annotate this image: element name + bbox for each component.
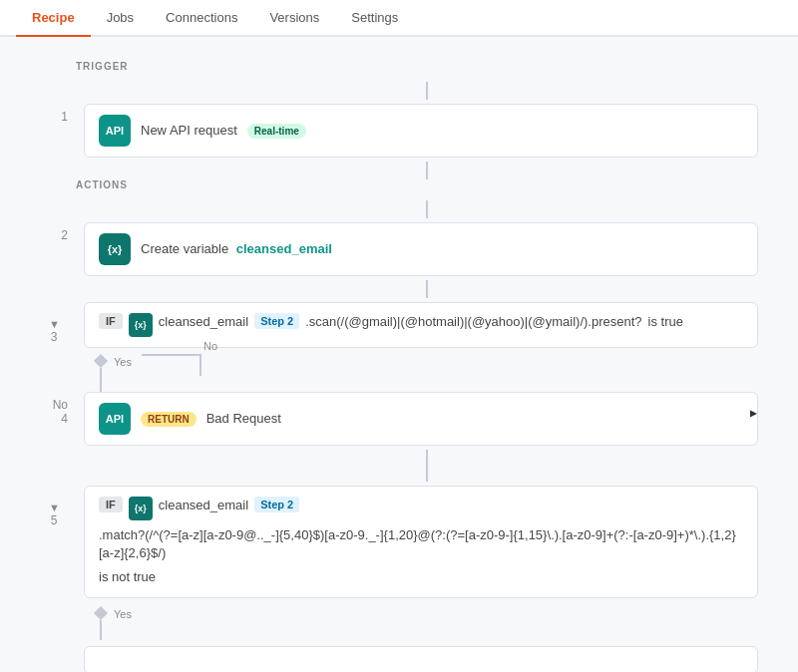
tab-versions[interactable]: Versions bbox=[253, 0, 335, 37]
step-5-yes-branch: Yes bbox=[96, 604, 132, 640]
step-5-card[interactable]: IF {x} cleansed_email Step 2 .match?(/^(… bbox=[84, 486, 758, 598]
step-1-title: New API request bbox=[141, 122, 237, 140]
tab-connections[interactable]: Connections bbox=[150, 0, 253, 37]
step-5-collapse[interactable]: ▼ bbox=[49, 492, 65, 513]
tab-jobs[interactable]: Jobs bbox=[91, 0, 150, 37]
step-4-badge: RETURN bbox=[141, 412, 197, 427]
step-3-ref: Step 2 bbox=[254, 313, 299, 329]
step-5-ref: Step 2 bbox=[254, 497, 299, 512]
step-5-icon: {x} bbox=[129, 497, 153, 520]
api-icon: API bbox=[106, 125, 124, 137]
step-1-number: 1 bbox=[61, 110, 68, 124]
connector-line-pre3 bbox=[426, 280, 428, 298]
connector-line-45 bbox=[426, 450, 428, 468]
variable-icon: {x} bbox=[108, 243, 123, 255]
step-4-outer: No 4 API RETURN Bad Request bbox=[40, 388, 758, 450]
step-4-icon: API bbox=[99, 403, 131, 435]
main-content: TRIGGER 1 API New API request Real-time … bbox=[0, 37, 798, 672]
connector-line-actions bbox=[426, 162, 428, 179]
step-4-card[interactable]: API RETURN Bad Request bbox=[84, 392, 758, 446]
step-4-number: 4 bbox=[61, 412, 68, 426]
step-3-code: .scan(/(@gmail)|(@hotmail)|(@yahoo)|(@ym… bbox=[305, 313, 641, 331]
tab-settings[interactable]: Settings bbox=[335, 0, 414, 37]
step-2-card[interactable]: {x} Create variable cleansed_email bbox=[84, 222, 758, 276]
step-3-icon: {x} bbox=[129, 313, 153, 337]
connector-line-pre1 bbox=[426, 82, 428, 100]
step-2-var-name: cleansed_email bbox=[236, 241, 332, 256]
step-3-number: 3 bbox=[51, 330, 64, 344]
step-5-suffix: is not true bbox=[99, 568, 156, 586]
step-1-icon: API bbox=[99, 115, 131, 147]
step-3-row: ▼ 3 IF {x} cleansed_email Step 2 .scan(/… bbox=[40, 298, 758, 398]
step-5-row: ▼ 5 IF {x} cleansed_email Step 2 .match?… bbox=[40, 482, 758, 672]
step-2-title: Create variable cleansed_email bbox=[141, 240, 332, 258]
step-5-yes-label: Yes bbox=[114, 606, 132, 620]
step-5-sub-card[interactable] bbox=[84, 646, 758, 672]
step-1-badge: Real-time bbox=[247, 124, 306, 139]
step-5-code: .match?(/^(?=[a-z][a-z0-9@.._-]{5,40}$)[… bbox=[99, 526, 743, 562]
step-5-branches: Yes bbox=[76, 604, 758, 640]
step-2-row: 2 {x} Create variable cleansed_email bbox=[40, 218, 758, 280]
step-3-suffix: is true bbox=[648, 313, 683, 331]
tab-bar: Recipe Jobs Connections Versions Setting… bbox=[0, 0, 798, 37]
step-4-title: Bad Request bbox=[206, 410, 281, 428]
step-1-row: 1 API New API request Real-time bbox=[40, 100, 758, 162]
step-5-yes-diamond bbox=[94, 605, 108, 619]
tab-recipe[interactable]: Recipe bbox=[16, 0, 91, 37]
step-3-collapse[interactable]: ▼ bbox=[49, 308, 65, 330]
step-3-no-label: No bbox=[203, 338, 217, 352]
step-5-number: 5 bbox=[51, 513, 64, 527]
step-5-sub-card-partial bbox=[76, 642, 758, 672]
step-4-no-text: No bbox=[53, 398, 68, 412]
step-2-icon: {x} bbox=[99, 233, 131, 265]
step-3-yes-diamond bbox=[94, 354, 108, 368]
api-icon-4: API bbox=[106, 413, 124, 425]
yes5-line-down bbox=[100, 620, 102, 640]
step-3-var: cleansed_email bbox=[159, 313, 248, 331]
step-3-if-label: IF bbox=[99, 313, 123, 329]
step-5-if-label: IF bbox=[99, 497, 123, 512]
step-2-number: 2 bbox=[61, 228, 68, 242]
step-5-var: cleansed_email bbox=[159, 497, 248, 514]
no-v-line bbox=[200, 356, 201, 376]
actions-section-label: ACTIONS bbox=[76, 179, 758, 190]
connector-line-pre5 bbox=[426, 468, 428, 482]
step-3-yes-label: Yes bbox=[114, 354, 132, 368]
connector-line-pre2 bbox=[426, 200, 428, 218]
step-1-card[interactable]: API New API request Real-time bbox=[84, 104, 758, 158]
trigger-section-label: TRIGGER bbox=[76, 61, 758, 72]
step-3-card[interactable]: IF {x} cleansed_email Step 2 .scan(/(@gm… bbox=[84, 302, 758, 348]
